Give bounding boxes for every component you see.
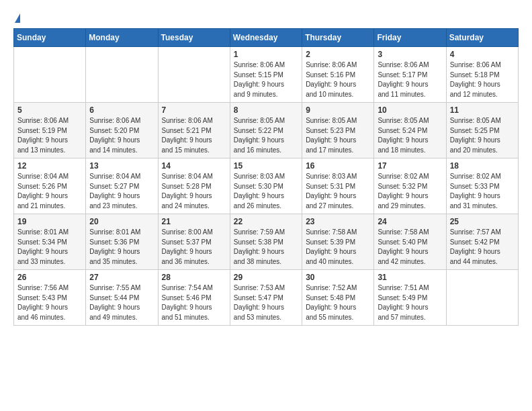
day-number: 1: [234, 50, 298, 59]
calendar-cell: [14, 47, 86, 103]
day-info: Sunrise: 7:55 AM Sunset: 5:44 PM Dayligh…: [89, 283, 154, 322]
calendar-cell: 3Sunrise: 8:06 AM Sunset: 5:17 PM Daylig…: [374, 47, 446, 103]
calendar-header-saturday: Saturday: [446, 29, 518, 47]
day-number: 9: [306, 105, 370, 115]
day-info: Sunrise: 8:06 AM Sunset: 5:16 PM Dayligh…: [306, 60, 370, 99]
calendar-week-row: 19Sunrise: 8:01 AM Sunset: 5:34 PM Dayli…: [14, 214, 519, 270]
day-info: Sunrise: 8:03 AM Sunset: 5:31 PM Dayligh…: [306, 172, 370, 211]
day-info: Sunrise: 8:05 AM Sunset: 5:24 PM Dayligh…: [378, 116, 442, 155]
day-info: Sunrise: 7:56 AM Sunset: 5:43 PM Dayligh…: [17, 283, 82, 322]
day-info: Sunrise: 8:05 AM Sunset: 5:23 PM Dayligh…: [306, 116, 370, 155]
day-number: 5: [17, 105, 82, 115]
day-number: 16: [306, 161, 370, 171]
calendar-cell: 25Sunrise: 7:57 AM Sunset: 5:42 PM Dayli…: [446, 214, 518, 270]
calendar-header-monday: Monday: [86, 29, 158, 47]
calendar-table: SundayMondayTuesdayWednesdayThursdayFrid…: [13, 28, 519, 326]
calendar-header-sunday: Sunday: [14, 29, 86, 47]
day-info: Sunrise: 8:04 AM Sunset: 5:27 PM Dayligh…: [89, 172, 154, 211]
day-number: 4: [450, 50, 515, 59]
calendar-cell: 17Sunrise: 8:02 AM Sunset: 5:32 PM Dayli…: [374, 158, 446, 214]
day-number: 21: [162, 217, 226, 226]
day-info: Sunrise: 7:53 AM Sunset: 5:47 PM Dayligh…: [234, 283, 298, 322]
day-info: Sunrise: 7:52 AM Sunset: 5:48 PM Dayligh…: [306, 283, 370, 322]
day-info: Sunrise: 7:58 AM Sunset: 5:39 PM Dayligh…: [306, 228, 370, 267]
day-info: Sunrise: 8:06 AM Sunset: 5:17 PM Dayligh…: [378, 60, 442, 99]
calendar-cell: 13Sunrise: 8:04 AM Sunset: 5:27 PM Dayli…: [86, 158, 158, 214]
day-number: 6: [89, 105, 154, 115]
calendar-cell: 23Sunrise: 7:58 AM Sunset: 5:39 PM Dayli…: [302, 214, 374, 270]
calendar-header-row: SundayMondayTuesdayWednesdayThursdayFrid…: [14, 29, 519, 47]
calendar-cell: 9Sunrise: 8:05 AM Sunset: 5:23 PM Daylig…: [302, 103, 374, 158]
calendar-cell: 18Sunrise: 8:02 AM Sunset: 5:33 PM Dayli…: [446, 158, 518, 214]
calendar-cell: 28Sunrise: 7:54 AM Sunset: 5:46 PM Dayli…: [158, 270, 230, 326]
day-info: Sunrise: 7:51 AM Sunset: 5:49 PM Dayligh…: [378, 283, 442, 322]
day-number: 28: [162, 273, 226, 282]
day-info: Sunrise: 8:01 AM Sunset: 5:36 PM Dayligh…: [89, 228, 154, 267]
calendar-cell: 2Sunrise: 8:06 AM Sunset: 5:16 PM Daylig…: [302, 47, 374, 103]
calendar-cell: 5Sunrise: 8:06 AM Sunset: 5:19 PM Daylig…: [14, 103, 86, 158]
day-info: Sunrise: 7:57 AM Sunset: 5:42 PM Dayligh…: [450, 228, 515, 267]
calendar-header-friday: Friday: [374, 29, 446, 47]
day-info: Sunrise: 8:05 AM Sunset: 5:22 PM Dayligh…: [234, 116, 298, 155]
day-info: Sunrise: 8:02 AM Sunset: 5:32 PM Dayligh…: [378, 172, 442, 211]
day-info: Sunrise: 8:00 AM Sunset: 5:37 PM Dayligh…: [162, 228, 226, 267]
calendar-cell: 29Sunrise: 7:53 AM Sunset: 5:47 PM Dayli…: [230, 270, 302, 326]
calendar-cell: 27Sunrise: 7:55 AM Sunset: 5:44 PM Dayli…: [86, 270, 158, 326]
calendar-cell: [446, 270, 518, 326]
calendar-cell: 21Sunrise: 8:00 AM Sunset: 5:37 PM Dayli…: [158, 214, 230, 270]
calendar-cell: 20Sunrise: 8:01 AM Sunset: 5:36 PM Dayli…: [86, 214, 158, 270]
day-number: 7: [162, 105, 226, 115]
day-number: 30: [306, 273, 370, 282]
day-number: 2: [306, 50, 370, 59]
calendar-cell: 6Sunrise: 8:06 AM Sunset: 5:20 PM Daylig…: [86, 103, 158, 158]
logo: [13, 13, 20, 21]
calendar-cell: 16Sunrise: 8:03 AM Sunset: 5:31 PM Dayli…: [302, 158, 374, 214]
day-number: 13: [89, 161, 154, 171]
calendar-week-row: 26Sunrise: 7:56 AM Sunset: 5:43 PM Dayli…: [14, 270, 519, 326]
calendar-week-row: 12Sunrise: 8:04 AM Sunset: 5:26 PM Dayli…: [14, 158, 519, 214]
day-number: 10: [378, 105, 442, 115]
day-number: 14: [162, 161, 226, 171]
calendar-cell: 10Sunrise: 8:05 AM Sunset: 5:24 PM Dayli…: [374, 103, 446, 158]
day-info: Sunrise: 8:04 AM Sunset: 5:26 PM Dayligh…: [17, 172, 82, 211]
day-number: 17: [378, 161, 442, 171]
day-number: 22: [234, 217, 298, 226]
calendar-header-wednesday: Wednesday: [230, 29, 302, 47]
calendar-header-thursday: Thursday: [302, 29, 374, 47]
day-number: 3: [378, 50, 442, 59]
day-number: 15: [234, 161, 298, 171]
calendar-cell: 24Sunrise: 7:58 AM Sunset: 5:40 PM Dayli…: [374, 214, 446, 270]
day-number: 8: [234, 105, 298, 115]
day-number: 23: [306, 217, 370, 226]
day-number: 31: [378, 273, 442, 282]
day-info: Sunrise: 7:54 AM Sunset: 5:46 PM Dayligh…: [162, 283, 226, 322]
calendar-cell: 7Sunrise: 8:06 AM Sunset: 5:21 PM Daylig…: [158, 103, 230, 158]
page-header: [13, 13, 519, 21]
calendar-header-tuesday: Tuesday: [158, 29, 230, 47]
day-number: 18: [450, 161, 515, 171]
day-info: Sunrise: 8:06 AM Sunset: 5:20 PM Dayligh…: [89, 116, 154, 155]
day-info: Sunrise: 7:59 AM Sunset: 5:38 PM Dayligh…: [234, 228, 298, 267]
day-info: Sunrise: 8:03 AM Sunset: 5:30 PM Dayligh…: [234, 172, 298, 211]
calendar-cell: 11Sunrise: 8:05 AM Sunset: 5:25 PM Dayli…: [446, 103, 518, 158]
day-info: Sunrise: 7:58 AM Sunset: 5:40 PM Dayligh…: [378, 228, 442, 267]
day-number: 25: [450, 217, 515, 226]
calendar-cell: 19Sunrise: 8:01 AM Sunset: 5:34 PM Dayli…: [14, 214, 86, 270]
day-number: 20: [89, 217, 154, 226]
day-info: Sunrise: 8:06 AM Sunset: 5:19 PM Dayligh…: [17, 116, 82, 155]
day-info: Sunrise: 8:06 AM Sunset: 5:21 PM Dayligh…: [162, 116, 226, 155]
calendar-cell: 30Sunrise: 7:52 AM Sunset: 5:48 PM Dayli…: [302, 270, 374, 326]
calendar-cell: 8Sunrise: 8:05 AM Sunset: 5:22 PM Daylig…: [230, 103, 302, 158]
calendar-cell: 12Sunrise: 8:04 AM Sunset: 5:26 PM Dayli…: [14, 158, 86, 214]
calendar-cell: [158, 47, 230, 103]
day-number: 11: [450, 105, 515, 115]
calendar-cell: 14Sunrise: 8:04 AM Sunset: 5:28 PM Dayli…: [158, 158, 230, 214]
calendar-cell: 22Sunrise: 7:59 AM Sunset: 5:38 PM Dayli…: [230, 214, 302, 270]
day-number: 26: [17, 273, 82, 282]
day-info: Sunrise: 8:06 AM Sunset: 5:15 PM Dayligh…: [234, 60, 298, 99]
day-number: 27: [89, 273, 154, 282]
calendar-cell: [86, 47, 158, 103]
calendar-week-row: 5Sunrise: 8:06 AM Sunset: 5:19 PM Daylig…: [14, 103, 519, 158]
day-number: 24: [378, 217, 442, 226]
calendar-cell: 4Sunrise: 8:06 AM Sunset: 5:18 PM Daylig…: [446, 47, 518, 103]
